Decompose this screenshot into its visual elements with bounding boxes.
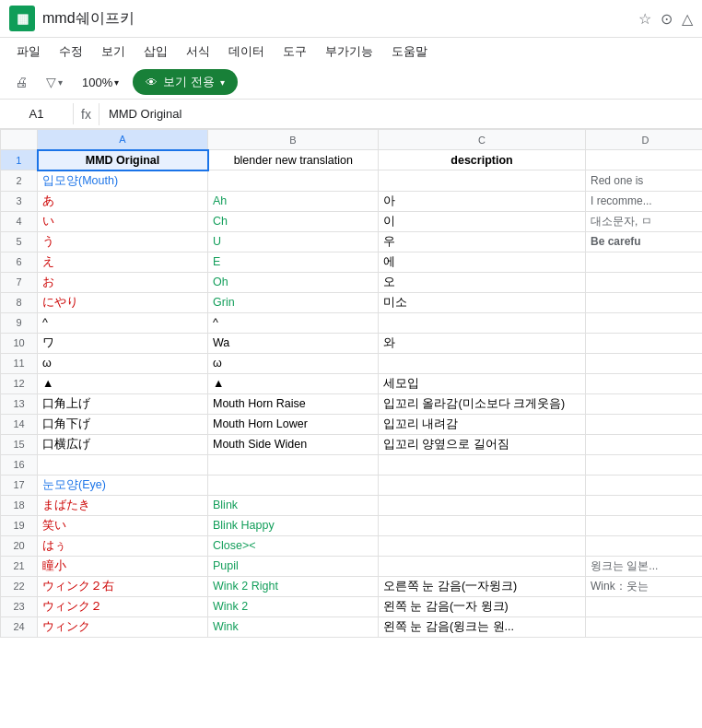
- cell-a[interactable]: お: [38, 272, 208, 292]
- cloud-icon[interactable]: ⊙: [661, 10, 673, 28]
- cell-a[interactable]: MMD Original: [38, 150, 208, 170]
- cell-a[interactable]: 口角下げ: [38, 414, 208, 434]
- cell-a[interactable]: にやり: [38, 292, 208, 312]
- row-number[interactable]: 3: [1, 191, 38, 211]
- cell-b[interactable]: Mouth Side Widen: [208, 434, 379, 454]
- cell-d[interactable]: [586, 596, 703, 616]
- cell-a[interactable]: ω: [38, 353, 208, 373]
- row-number[interactable]: 18: [1, 495, 38, 515]
- col-header-a[interactable]: A: [38, 130, 208, 150]
- cell-c[interactable]: [379, 495, 586, 515]
- cell-a[interactable]: え: [38, 252, 208, 272]
- menu-file[interactable]: 파일: [9, 40, 48, 64]
- cell-c[interactable]: [379, 515, 586, 535]
- cell-d[interactable]: I recomme...: [586, 191, 703, 211]
- print-button[interactable]: 🖨: [9, 71, 33, 93]
- cell-c[interactable]: 미소: [379, 292, 586, 312]
- menu-data[interactable]: 데이터: [221, 40, 272, 64]
- cell-d[interactable]: Be carefu: [586, 231, 703, 252]
- row-number[interactable]: 5: [1, 231, 38, 252]
- cell-b[interactable]: Pupil: [208, 556, 379, 576]
- cell-b[interactable]: Oh: [208, 272, 379, 292]
- cell-reference[interactable]: A1: [0, 103, 74, 124]
- row-number[interactable]: 10: [1, 333, 38, 353]
- cell-d[interactable]: [586, 353, 703, 373]
- cell-a[interactable]: 눈모양(Eye): [38, 475, 208, 495]
- cell-d[interactable]: [586, 150, 703, 170]
- cell-b[interactable]: Wink 2: [208, 596, 379, 616]
- cell-b[interactable]: Ch: [208, 211, 379, 231]
- cell-c[interactable]: 왼쪽 눈 감음(一자 윙크): [379, 596, 586, 616]
- col-header-b[interactable]: B: [208, 130, 379, 150]
- cell-d[interactable]: [586, 312, 703, 333]
- cell-d[interactable]: [586, 454, 703, 475]
- cell-b[interactable]: E: [208, 252, 379, 272]
- cell-b[interactable]: blender new translation: [208, 150, 379, 170]
- row-number[interactable]: 21: [1, 556, 38, 576]
- row-number[interactable]: 17: [1, 475, 38, 495]
- row-number[interactable]: 22: [1, 576, 38, 596]
- cell-b[interactable]: Grin: [208, 292, 379, 312]
- cell-b[interactable]: [208, 454, 379, 475]
- col-header-c[interactable]: C: [379, 130, 586, 150]
- cell-c[interactable]: 입꼬리 내려감: [379, 414, 586, 434]
- cell-b[interactable]: Mouth Horn Lower: [208, 414, 379, 434]
- cell-d[interactable]: Red one is: [586, 170, 703, 192]
- cell-b[interactable]: U: [208, 231, 379, 252]
- cell-c[interactable]: [379, 312, 586, 333]
- cell-c[interactable]: [379, 353, 586, 373]
- drive-icon[interactable]: △: [682, 10, 693, 28]
- row-number[interactable]: 19: [1, 515, 38, 535]
- cell-d[interactable]: [586, 292, 703, 312]
- cell-d[interactable]: Wink：웃는: [586, 576, 703, 596]
- cell-a[interactable]: ウィンク: [38, 616, 208, 637]
- cell-b[interactable]: ^: [208, 312, 379, 333]
- cell-a[interactable]: ウィンク２右: [38, 576, 208, 596]
- cell-d[interactable]: [586, 252, 703, 272]
- cell-c[interactable]: 입꼬리 양옆으로 길어짐: [379, 434, 586, 454]
- cell-d[interactable]: [586, 333, 703, 353]
- cell-d[interactable]: [586, 495, 703, 515]
- row-number[interactable]: 4: [1, 211, 38, 231]
- cell-c[interactable]: 우: [379, 231, 586, 252]
- row-number[interactable]: 12: [1, 373, 38, 393]
- cell-b[interactable]: [208, 170, 379, 192]
- cell-a[interactable]: う: [38, 231, 208, 252]
- cell-b[interactable]: Close><: [208, 535, 379, 556]
- star-icon[interactable]: ☆: [638, 10, 651, 28]
- row-number[interactable]: 24: [1, 616, 38, 637]
- row-number[interactable]: 6: [1, 252, 38, 272]
- cell-b[interactable]: Blink: [208, 495, 379, 515]
- menu-view[interactable]: 보기: [94, 40, 133, 64]
- row-number[interactable]: 2: [1, 170, 38, 192]
- cell-d[interactable]: [586, 272, 703, 292]
- cell-c[interactable]: description: [379, 150, 586, 170]
- row-number[interactable]: 16: [1, 454, 38, 475]
- cell-a[interactable]: ▲: [38, 373, 208, 393]
- cell-a[interactable]: 口角上げ: [38, 393, 208, 414]
- row-number[interactable]: 11: [1, 353, 38, 373]
- cell-c[interactable]: 세모입: [379, 373, 586, 393]
- row-number[interactable]: 23: [1, 596, 38, 616]
- cell-a[interactable]: あ: [38, 191, 208, 211]
- row-number[interactable]: 1: [1, 150, 38, 170]
- filter-button[interactable]: ▽ ▾: [41, 71, 68, 93]
- row-number[interactable]: 14: [1, 414, 38, 434]
- zoom-selector[interactable]: 100% ▾: [76, 73, 125, 92]
- cell-c[interactable]: 입꼬리 올라감(미소보다 크게웃음): [379, 393, 586, 414]
- cell-b[interactable]: ▲: [208, 373, 379, 393]
- cell-a[interactable]: ワ: [38, 333, 208, 353]
- cell-d[interactable]: 대소문자, ㅁ: [586, 211, 703, 231]
- cell-c[interactable]: 에: [379, 252, 586, 272]
- cell-d[interactable]: [586, 393, 703, 414]
- menu-tools[interactable]: 도구: [275, 40, 314, 64]
- cell-b[interactable]: Wink 2 Right: [208, 576, 379, 596]
- cell-d[interactable]: [586, 535, 703, 556]
- cell-c[interactable]: 이: [379, 211, 586, 231]
- row-number[interactable]: 8: [1, 292, 38, 312]
- cell-c[interactable]: 오른쪽 눈 감음(一자윙크): [379, 576, 586, 596]
- row-number[interactable]: 9: [1, 312, 38, 333]
- cell-b[interactable]: Blink Happy: [208, 515, 379, 535]
- cell-a[interactable]: 笑い: [38, 515, 208, 535]
- cell-a[interactable]: はぅ: [38, 535, 208, 556]
